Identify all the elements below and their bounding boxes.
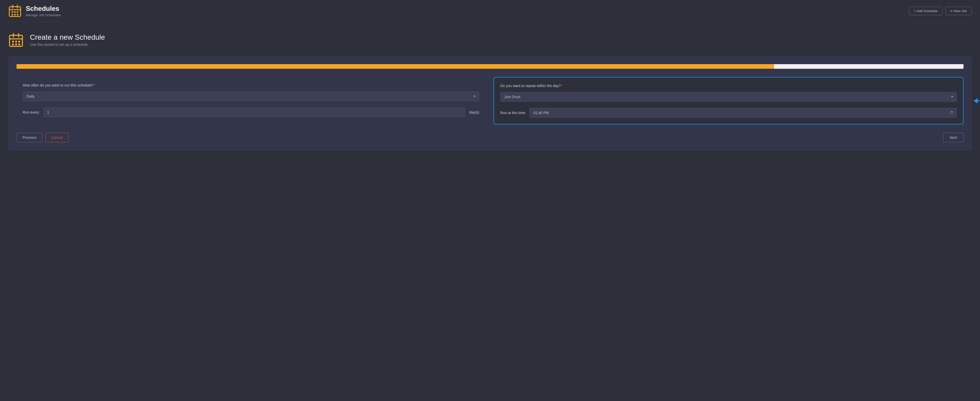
svg-rect-5 bbox=[14, 11, 16, 13]
main-content: Create a new Schedule Use this wizard to… bbox=[0, 22, 980, 161]
frequency-select[interactable]: Daily Weekly Monthly bbox=[23, 92, 479, 101]
cancel-button[interactable]: Cancel bbox=[45, 133, 68, 143]
svg-rect-18 bbox=[15, 44, 17, 45]
run-at-label: Run at this time bbox=[500, 111, 525, 115]
frequency-select-wrapper: Daily Weekly Monthly ▼ bbox=[23, 92, 479, 101]
time-input[interactable] bbox=[530, 108, 957, 118]
page-title-text: Create a new Schedule Use this wizard to… bbox=[30, 33, 105, 47]
view-job-button[interactable]: ≡ View Job bbox=[945, 7, 972, 15]
svg-rect-15 bbox=[15, 41, 17, 43]
page-header: Schedules Manage Job Schedules. + Add Sc… bbox=[0, 0, 980, 22]
svg-rect-17 bbox=[12, 44, 14, 45]
svg-rect-9 bbox=[17, 14, 18, 16]
run-at-row: Run at this time ⏱ bbox=[500, 108, 957, 118]
add-schedule-button[interactable]: + Add Schedule bbox=[909, 7, 942, 15]
page-title-section: Create a new Schedule Use this wizard to… bbox=[8, 32, 972, 48]
page-subtitle: Use this wizard to set up a schedule. bbox=[30, 43, 105, 47]
header-left: Schedules Manage Job Schedules. bbox=[8, 4, 62, 17]
page-calendar-icon bbox=[8, 32, 24, 48]
frequency-label: How often do you want to run this schedu… bbox=[23, 83, 479, 87]
header-text: Schedules Manage Job Schedules. bbox=[26, 5, 62, 17]
header-buttons: + Add Schedule ≡ View Job bbox=[909, 7, 972, 15]
svg-rect-14 bbox=[12, 41, 14, 43]
svg-rect-16 bbox=[18, 41, 20, 43]
repeat-label: Do you want to repeat within the day?* bbox=[500, 84, 957, 88]
form-section-left: How often do you want to run this schedu… bbox=[16, 77, 485, 124]
app-subtitle: Manage Job Schedules. bbox=[26, 13, 62, 17]
run-every-label: Run every bbox=[23, 110, 39, 114]
repeat-select-wrapper: Just Once Every X minutes Every X hours … bbox=[500, 92, 957, 102]
wizard-footer: Previous Cancel Next bbox=[16, 133, 964, 143]
svg-rect-6 bbox=[17, 11, 18, 13]
schedules-icon bbox=[8, 4, 22, 17]
repeat-required-star: * bbox=[562, 84, 563, 88]
page-title: Create a new Schedule bbox=[30, 33, 105, 41]
progress-bar-fill bbox=[16, 64, 774, 69]
run-every-row: Run every day(s) bbox=[23, 108, 479, 117]
arrow-annotation bbox=[974, 100, 980, 101]
form-section-right: Do you want to repeat within the day?* J… bbox=[493, 77, 964, 124]
time-input-wrapper: ⏱ bbox=[530, 108, 957, 118]
frequency-required-star: * bbox=[95, 83, 96, 87]
svg-rect-4 bbox=[11, 11, 13, 13]
svg-rect-19 bbox=[18, 44, 20, 45]
run-every-input[interactable] bbox=[43, 108, 465, 117]
progress-bar-container bbox=[16, 64, 964, 69]
days-label: day(s) bbox=[469, 110, 479, 114]
footer-left-buttons: Previous Cancel bbox=[16, 133, 68, 143]
next-button[interactable]: Next bbox=[943, 133, 964, 143]
wizard-card: How often do you want to run this schedu… bbox=[8, 56, 972, 151]
app-title: Schedules bbox=[26, 5, 62, 13]
svg-rect-8 bbox=[14, 14, 16, 16]
form-sections: How often do you want to run this schedu… bbox=[16, 77, 964, 124]
repeat-select[interactable]: Just Once Every X minutes Every X hours bbox=[500, 92, 957, 102]
svg-rect-7 bbox=[11, 14, 13, 16]
arrow-line bbox=[974, 100, 980, 101]
previous-button[interactable]: Previous bbox=[16, 133, 42, 143]
